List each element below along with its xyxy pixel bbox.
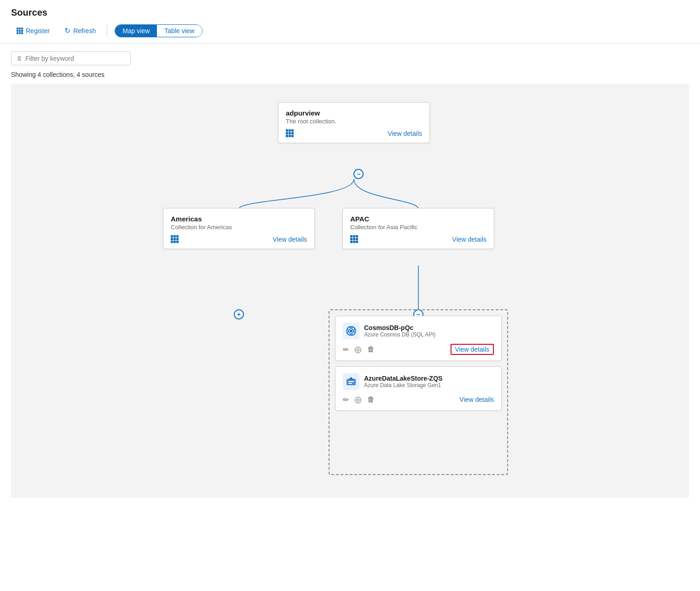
cosmos-scan-icon[interactable]: ◎	[354, 344, 362, 354]
americas-view-details-link[interactable]: View details	[273, 236, 307, 243]
root-collection-card: adpurview The root collection. View deta…	[278, 102, 430, 143]
refresh-label: Refresh	[73, 27, 96, 35]
root-card-subtitle: The root collection.	[286, 118, 422, 125]
apac-card-subtitle: Collection for Asia Pacific	[350, 224, 486, 231]
refresh-icon: ↻	[64, 26, 70, 35]
adls-subtitle: Azure Data Lake Storage Gen1	[364, 382, 442, 388]
americas-collection-card: Americas Collection for Americas View de…	[163, 208, 315, 249]
root-card-title: adpurview	[286, 109, 422, 117]
expand-icon: +	[237, 311, 241, 318]
svg-rect-7	[348, 381, 354, 382]
root-view-details-link[interactable]: View details	[388, 130, 422, 137]
adls-edit-icon[interactable]: ✏	[343, 395, 349, 404]
adls-header: AzureDataLakeStore-ZQS Azure Data Lake S…	[343, 373, 494, 390]
cosmos-view-details-link[interactable]: View details	[451, 344, 494, 355]
cosmos-action-icons: ✏ ◎ 🗑	[343, 344, 375, 354]
apac-view-details-link[interactable]: View details	[452, 236, 486, 243]
root-grid-icon	[286, 129, 294, 137]
register-icon	[17, 28, 23, 34]
count-label: Showing 4 collections, 4 sources	[0, 69, 700, 84]
svg-point-4	[350, 330, 353, 332]
adls-title: AzureDataLakeStore-ZQS	[364, 375, 442, 382]
adls-delete-icon[interactable]: 🗑	[367, 395, 375, 404]
collapse-icon: −	[357, 171, 360, 177]
filter-icon: ⧖	[17, 54, 22, 62]
page-container: Sources Register ↻ Refresh	[0, 0, 700, 498]
apac-grid-icon	[350, 235, 358, 243]
map-view-button[interactable]: Map view	[115, 25, 157, 37]
register-label: Register	[26, 27, 50, 35]
svg-marker-6	[348, 377, 354, 380]
americas-grid-icon	[171, 235, 179, 243]
adls-source-card: AzureDataLakeStore-ZQS Azure Data Lake S…	[335, 366, 502, 411]
view-toggle: Map view Table view	[115, 24, 202, 37]
map-container: adpurview The root collection. View deta…	[11, 84, 689, 498]
svg-rect-8	[348, 383, 352, 384]
cosmos-delete-icon[interactable]: 🗑	[367, 345, 375, 353]
adls-actions: ✏ ◎ 🗑 View details	[343, 394, 494, 405]
refresh-button[interactable]: ↻ Refresh	[59, 23, 101, 38]
cosmos-header: CosmosDB-pQc Azure Cosmos DB (SQL API)	[343, 323, 494, 339]
cosmos-actions: ✏ ◎ 🗑 View details	[343, 344, 494, 355]
filter-input[interactable]	[25, 55, 125, 62]
cosmos-subtitle: Azure Cosmos DB (SQL API)	[364, 331, 436, 338]
cosmos-source-card: CosmosDB-pQc Azure Cosmos DB (SQL API) ✏…	[335, 316, 502, 361]
adls-icon	[343, 373, 359, 390]
root-card-footer: View details	[286, 129, 422, 137]
toolbar: Register ↻ Refresh Map view Table view	[11, 23, 689, 43]
table-view-button[interactable]: Table view	[157, 25, 202, 37]
root-collapse-button[interactable]: −	[353, 169, 364, 179]
page-title: Sources	[11, 7, 689, 18]
filter-bar: ⧖	[0, 44, 700, 69]
americas-expand-button[interactable]: +	[234, 309, 244, 319]
adls-scan-icon[interactable]: ◎	[354, 394, 362, 405]
sources-box: CosmosDB-pQc Azure Cosmos DB (SQL API) ✏…	[329, 309, 508, 475]
adls-view-details-link[interactable]: View details	[460, 396, 494, 403]
americas-card-title: Americas	[171, 215, 307, 223]
adls-text: AzureDataLakeStore-ZQS Azure Data Lake S…	[364, 375, 442, 388]
cosmos-icon	[343, 323, 359, 339]
apac-card-title: APAC	[350, 215, 486, 223]
apac-collection-card: APAC Collection for Asia Pacific View de…	[342, 208, 494, 249]
filter-input-wrap: ⧖	[11, 51, 131, 65]
page-header: Sources Register ↻ Refresh	[0, 0, 700, 44]
americas-card-subtitle: Collection for Americas	[171, 224, 307, 231]
cosmos-title: CosmosDB-pQc	[364, 324, 436, 331]
adls-action-icons: ✏ ◎ 🗑	[343, 394, 375, 405]
apac-card-footer: View details	[350, 235, 486, 243]
americas-card-footer: View details	[171, 235, 307, 243]
register-button[interactable]: Register	[11, 24, 55, 37]
toolbar-divider	[107, 24, 107, 37]
cosmos-text: CosmosDB-pQc Azure Cosmos DB (SQL API)	[364, 324, 436, 338]
cosmos-edit-icon[interactable]: ✏	[343, 345, 349, 354]
